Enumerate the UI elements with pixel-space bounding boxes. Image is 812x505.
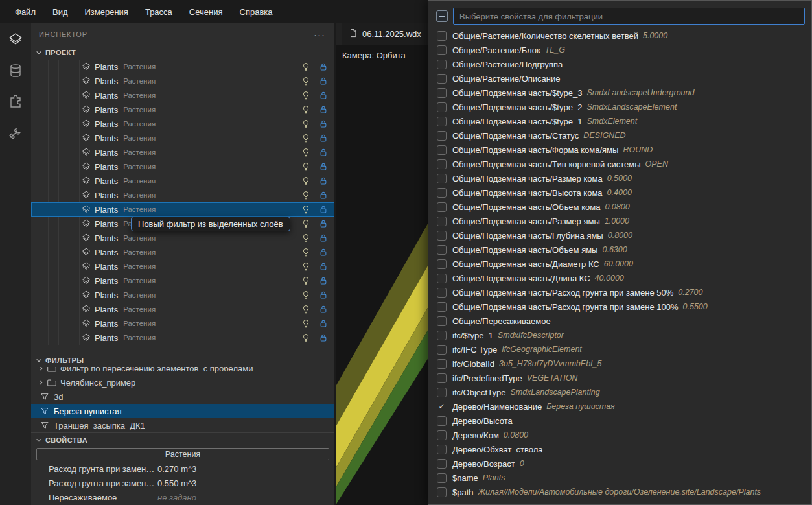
filter-property-row[interactable]: $namePlants xyxy=(428,471,811,485)
tree-row-plants[interactable]: PlantsРастения xyxy=(31,231,334,245)
checkbox[interactable] xyxy=(437,416,447,426)
tree-row-plants[interactable]: PlantsРастения xyxy=(31,245,334,259)
lock-icon[interactable] xyxy=(319,204,328,215)
checkbox[interactable] xyxy=(437,245,447,255)
filter-property-row[interactable]: ifc/IFC TypeIfcGeographicElement xyxy=(428,342,811,357)
checkbox[interactable] xyxy=(437,31,447,41)
checkbox[interactable] xyxy=(437,117,447,126)
checkbox[interactable] xyxy=(437,487,447,497)
menu-item-measurements[interactable]: Измерения xyxy=(76,0,137,23)
filter-property-row[interactable]: Дерево/Ком0.0800 xyxy=(428,428,811,442)
menu-item-file[interactable]: Файл xyxy=(6,0,44,23)
visibility-bulb-icon[interactable] xyxy=(301,261,310,272)
tree-row-plants[interactable]: PlantsРастения xyxy=(31,102,334,117)
filter-property-row[interactable]: Общие/Подземная часть/Объем кома0.0800 xyxy=(428,200,811,214)
checkbox[interactable] xyxy=(437,74,447,84)
file-tab[interactable]: 06.11.2025.wdx xyxy=(342,23,432,45)
filter-property-row[interactable]: ifc/$type_1SmdxIfcDescriptor xyxy=(428,328,811,342)
checkbox[interactable] xyxy=(437,131,447,141)
filter-property-row[interactable]: Общие/Подземная часть/Размер кома0.5000 xyxy=(428,171,811,185)
lock-icon[interactable] xyxy=(319,233,328,243)
tree-row-plants[interactable]: PlantsРастения xyxy=(31,159,334,174)
checkbox[interactable] xyxy=(437,459,447,469)
filter-property-row[interactable]: Общие/Подземная часть/Форма кома/ямыROUN… xyxy=(428,143,811,157)
checkbox[interactable] xyxy=(437,445,447,454)
tools-icon[interactable] xyxy=(7,124,24,141)
filter-property-row[interactable]: ifc/ObjectTypeSmdxLandscapePlanting xyxy=(428,385,811,399)
visibility-bulb-icon[interactable] xyxy=(301,290,310,300)
extensions-icon[interactable] xyxy=(7,93,24,110)
filter-property-row[interactable]: Общие/Подземная часть/Расход грунта при … xyxy=(428,299,811,314)
checkbox[interactable] xyxy=(437,174,447,183)
checkbox[interactable] xyxy=(437,473,447,483)
chevron-right-icon[interactable] xyxy=(36,378,45,387)
checkbox[interactable] xyxy=(437,231,447,241)
tree-row-plants[interactable]: PlantsРастения xyxy=(31,174,334,188)
checkbox[interactable] xyxy=(437,430,447,440)
visibility-bulb-icon[interactable] xyxy=(301,104,310,115)
visibility-bulb-icon[interactable] xyxy=(301,318,310,329)
checkbox[interactable] xyxy=(437,88,447,98)
inspector-overflow-button[interactable]: ··· xyxy=(314,29,325,40)
menu-item-track[interactable]: Трасса xyxy=(137,0,181,23)
tree-row-plants[interactable]: PlantsРастения xyxy=(31,117,334,131)
lock-icon[interactable] xyxy=(319,304,328,314)
menu-item-sections[interactable]: Сечения xyxy=(181,0,231,23)
filter-property-row[interactable]: Общие/Растение/Описание xyxy=(428,71,811,86)
tree-row-plants[interactable]: PlantsРастения xyxy=(31,259,334,274)
tree-row-plants[interactable]: PlantsРастения xyxy=(31,131,334,145)
visibility-bulb-icon[interactable] xyxy=(301,233,310,243)
visibility-bulb-icon[interactable] xyxy=(301,333,310,343)
checkbox[interactable] xyxy=(437,274,447,283)
filter-property-row[interactable]: Общие/Подземная часть/Тип корневой систе… xyxy=(428,157,811,171)
lock-icon[interactable] xyxy=(319,333,328,343)
checkbox[interactable] xyxy=(437,159,447,169)
lock-icon[interactable] xyxy=(319,62,328,72)
lock-icon[interactable] xyxy=(319,119,328,129)
checkbox[interactable] xyxy=(437,45,447,55)
lock-icon[interactable] xyxy=(319,276,328,286)
lock-icon[interactable] xyxy=(319,147,328,158)
visibility-bulb-icon[interactable] xyxy=(301,147,310,158)
filter-property-row[interactable]: ✓Дерево/НаименованиеБереза пушистая xyxy=(428,399,811,414)
visibility-bulb-icon[interactable] xyxy=(301,218,310,229)
checkbox[interactable] xyxy=(437,331,447,340)
filter-property-row[interactable]: Общие/Подземная часть/Размер ямы1.0000 xyxy=(428,214,811,228)
checkbox[interactable] xyxy=(437,288,447,298)
lock-icon[interactable] xyxy=(319,76,328,86)
filter-property-row[interactable]: Общие/Подземная часть/Длина КС40.0000 xyxy=(428,271,811,285)
lock-icon[interactable] xyxy=(319,190,328,200)
checkbox[interactable] xyxy=(437,202,447,212)
filter-property-row[interactable]: Общие/Растение/Подгруппа xyxy=(428,57,811,71)
tree-row-plants[interactable]: PlantsРастения xyxy=(31,145,334,159)
tree-row-plants[interactable]: PlantsРастения xyxy=(31,60,334,74)
visibility-bulb-icon[interactable] xyxy=(301,204,310,215)
filter-item[interactable]: Челябинск_пример xyxy=(31,375,334,390)
filter-property-row[interactable]: Общие/Подземная часть/$type_2SmdxLandsca… xyxy=(428,100,811,114)
lock-icon[interactable] xyxy=(319,161,328,172)
filter-property-row[interactable]: Общие/Пересаживаемое xyxy=(428,314,811,328)
filter-item[interactable]: 3d xyxy=(31,390,334,404)
menu-item-help[interactable]: Справка xyxy=(231,0,281,23)
filter-property-row[interactable]: ifc/PredefinedTypeVEGETATION xyxy=(428,371,811,385)
lock-icon[interactable] xyxy=(319,261,328,272)
checkbox[interactable] xyxy=(437,373,447,383)
filter-property-row[interactable]: Общие/Растение/Количество скелетных ветв… xyxy=(428,29,811,43)
checkbox[interactable] xyxy=(437,345,447,355)
lock-icon[interactable] xyxy=(319,247,328,257)
tree-row-plants[interactable]: PlantsРастения xyxy=(31,74,334,88)
database-icon[interactable] xyxy=(7,62,24,79)
tree-row-plants[interactable]: PlantsРастения xyxy=(31,188,334,202)
visibility-bulb-icon[interactable] xyxy=(301,161,310,172)
filter-property-row[interactable]: Дерево/Обхват_ствола xyxy=(428,442,811,456)
filter-item[interactable]: Береза пушистая xyxy=(31,404,334,418)
filter-property-row[interactable]: Общие/Подземная часть/Расход грунта при … xyxy=(428,285,811,299)
lock-icon[interactable] xyxy=(319,90,328,100)
filter-property-row[interactable]: Дерево/Высота xyxy=(428,414,811,428)
checkbox[interactable] xyxy=(437,388,447,397)
tree-row-plants[interactable]: PlantsРастения xyxy=(31,331,334,345)
checkbox[interactable] xyxy=(437,145,447,155)
section-header-project[interactable]: ПРОЕКТ xyxy=(31,45,334,60)
visibility-bulb-icon[interactable] xyxy=(301,62,310,72)
visibility-bulb-icon[interactable] xyxy=(301,133,310,143)
